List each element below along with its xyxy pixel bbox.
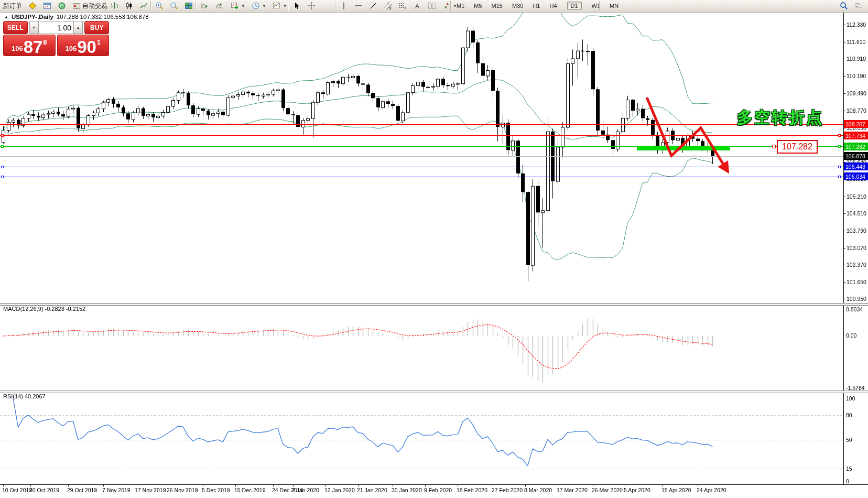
sell-button[interactable]: SELL: [3, 21, 28, 34]
vertical-line-icon[interactable]: [338, 0, 350, 12]
date-axis-tick: [458, 484, 458, 486]
date-axis-label: 18 Feb 2020: [457, 487, 487, 493]
candlestick-chart-canvas[interactable]: [0, 0, 868, 498]
price-axis-tick-label: 104.510: [847, 210, 867, 216]
timeframe-button-mn[interactable]: MN: [606, 2, 622, 10]
price-axis-tick-label: 110.190: [847, 73, 867, 79]
fibonacci-icon[interactable]: F: [396, 0, 409, 12]
price-axis-tick-label: 110.910: [847, 56, 867, 62]
toolbar-separator: [196, 1, 197, 10]
collapse-triangle-icon[interactable]: ▲: [4, 15, 8, 19]
macd-panel-separator[interactable]: [0, 303, 868, 306]
cursor-icon[interactable]: [290, 0, 303, 12]
line-chart-icon[interactable]: [137, 0, 150, 12]
bar-chart-icon[interactable]: [108, 0, 121, 12]
date-axis-tick: [68, 484, 69, 486]
buy-price-sup: 1: [97, 39, 101, 46]
horizontal-price-line[interactable]: [0, 177, 843, 177]
line-handle-right[interactable]: [838, 145, 841, 148]
templates-dropdown-caret[interactable]: ▼: [283, 4, 287, 8]
timeframe-button-d1[interactable]: D1: [567, 2, 582, 10]
date-axis-tick: [425, 484, 426, 486]
buy-button-label: BUY: [90, 24, 103, 31]
price-axis-tick-label: 108.770: [847, 107, 867, 114]
horizontal-line-icon[interactable]: [352, 0, 365, 12]
periods-clock-icon[interactable]: ▼: [249, 0, 268, 12]
bid-price-line[interactable]: [0, 156, 843, 157]
charts-window-icon[interactable]: [41, 0, 53, 12]
volume-decrease-button[interactable]: ▼: [29, 21, 39, 34]
rsi-panel-separator[interactable]: [0, 391, 868, 393]
new-order-button[interactable]: 新订单: [1, 0, 24, 12]
candlestick-chart-icon[interactable]: [123, 0, 135, 12]
line-handle-left[interactable]: [1, 145, 4, 148]
search-icon[interactable]: [838, 0, 850, 12]
zoom-out-icon[interactable]: [168, 0, 180, 12]
timeframe-button-m30[interactable]: M30: [508, 2, 527, 10]
date-axis-label: 26 Nov 2019: [167, 487, 198, 493]
line-handle-left[interactable]: [1, 134, 4, 137]
timeframe-button-h1[interactable]: H1: [529, 2, 544, 10]
price-axis-tick: [843, 76, 845, 77]
volume-input[interactable]: [39, 21, 73, 34]
volume-increase-button[interactable]: ▲: [73, 21, 83, 34]
auto-scroll-icon[interactable]: [198, 0, 211, 12]
autotrading-button[interactable]: 自动交易: [70, 0, 110, 12]
sell-button-label: SELL: [7, 24, 24, 31]
buy-price-big: 90: [77, 40, 96, 54]
toolbar-group-standard: 新订单 自动交易: [1, 0, 110, 12]
zoom-in-icon[interactable]: [153, 0, 166, 12]
date-axis-tick: [136, 484, 136, 486]
buy-price-display[interactable]: 106 90 1: [57, 35, 110, 56]
price-axis-tick: [843, 128, 845, 128]
price-axis-tick: [843, 25, 845, 25]
indicators-dropdown-caret[interactable]: ▼: [241, 4, 245, 8]
periods-dropdown-caret[interactable]: ▼: [262, 4, 266, 8]
line-handle-right[interactable]: [838, 134, 841, 137]
sell-price-display[interactable]: 106 87 8: [3, 35, 56, 56]
horizontal-price-line[interactable]: [0, 167, 843, 167]
indicators-add-icon[interactable]: ▼: [229, 0, 247, 12]
line-handle-right[interactable]: [838, 166, 841, 168]
timeframe-button-m15[interactable]: M15: [488, 2, 506, 10]
buy-button[interactable]: BUY: [84, 21, 109, 34]
timeframe-button-w1[interactable]: W1: [588, 2, 604, 10]
timeframe-button-h4[interactable]: H4: [546, 2, 560, 10]
toolbar-separator: [335, 1, 336, 10]
horizontal-price-line[interactable]: [0, 135, 843, 136]
date-axis-label: 17 Nov 2019: [135, 487, 166, 493]
text-icon[interactable]: A: [411, 0, 424, 12]
sell-price-big: 87: [24, 40, 43, 54]
chart-shift-icon[interactable]: [213, 0, 225, 12]
metaeditor-icon[interactable]: [26, 0, 39, 12]
toolbar-separator: [450, 1, 451, 10]
crosshair-icon[interactable]: [305, 0, 318, 12]
turning-point-annotation[interactable]: 多空转折点: [737, 107, 823, 128]
sell-price-prefix: 106: [12, 45, 23, 52]
horizontal-price-line[interactable]: [0, 124, 843, 125]
price-axis-tick-label: 100.950: [847, 296, 867, 302]
date-axis-tick: [493, 484, 493, 486]
callout-handle[interactable]: [772, 145, 776, 148]
line-handle-right[interactable]: [838, 176, 841, 178]
date-axis-label: 26 Mar 2020: [592, 487, 623, 493]
price-axis-tick: [843, 42, 845, 42]
timeframe-button-m5[interactable]: M5: [470, 2, 485, 10]
equidistant-channel-icon[interactable]: E: [382, 0, 394, 12]
line-handle-left[interactable]: [1, 176, 4, 178]
text-label-icon[interactable]: T: [426, 0, 438, 12]
sell-price-sup: 8: [43, 39, 47, 46]
date-axis-tick: [393, 484, 393, 486]
timeframe-button-m1[interactable]: M1: [453, 2, 468, 10]
date-axis-tick: [30, 484, 31, 486]
templates-icon[interactable]: ▼: [270, 0, 289, 12]
chat-icon[interactable]: [852, 0, 865, 12]
trendline-icon[interactable]: [367, 0, 379, 12]
tile-windows-icon[interactable]: [182, 0, 195, 12]
signals-icon[interactable]: [56, 0, 68, 12]
buy-price-prefix: 106: [65, 45, 77, 52]
chart-ohlc-label: 107.288 107.332 106.553 106.878: [57, 14, 149, 20]
line-handle-left[interactable]: [1, 166, 4, 168]
price-callout-label[interactable]: 107.282: [777, 140, 818, 154]
support-zone-bar[interactable]: [637, 146, 730, 150]
